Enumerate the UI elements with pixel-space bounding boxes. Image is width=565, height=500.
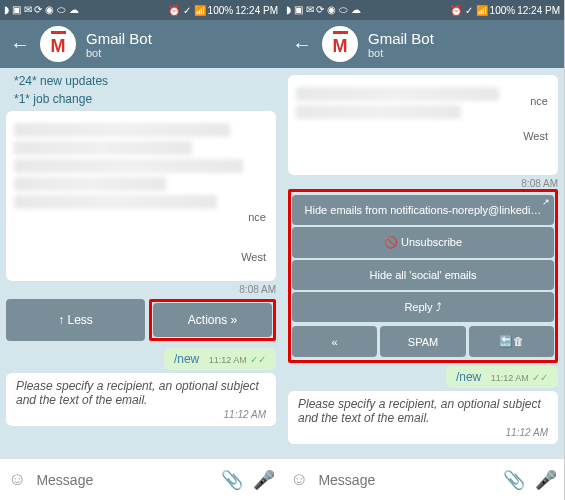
back-icon[interactable]: ← [292,33,312,56]
keyboard-row: ↑ Less Actions » [6,299,276,341]
phone-left: ◗ ▣ ✉ ⟳ ◉ ⬭ ☁ ⏰ ✓ 📶 100% 12:24 PM ← Gmai… [0,0,282,500]
highlight-box: Actions » [149,299,276,341]
spam-button[interactable]: SPAM [380,326,465,357]
read-checks-icon: ✓✓ [250,354,266,365]
status-right: ⏰ ✓ 📶 100% 12:24 PM [168,5,278,16]
prev-button[interactable]: « [292,326,377,357]
message-input[interactable] [36,472,211,488]
status-icons-left: ◗ ▣ ✉ ⟳ ◉ ⬭ ☁ [4,4,79,16]
avatar[interactable] [40,26,76,62]
unsubscribe-button[interactable]: 🚫 Unsubscribe [292,227,554,258]
hide-social-button[interactable]: Hide all 'social' emails [292,260,554,290]
update-line: *24* new updates [6,72,276,90]
email-preview-blurred[interactable]: nce West [288,75,558,175]
less-button[interactable]: ↑ Less [6,299,145,341]
bot-prompt[interactable]: Please specify a recipient, an optional … [288,391,558,444]
phone-right: ◗ ▣ ✉ ⟳ ◉ ⬭ ☁ ⏰ ✓ 📶 100% 12:24 PM ← Gmai… [282,0,564,500]
attach-icon[interactable]: 📎 [503,469,525,491]
actions-button[interactable]: Actions » [153,303,272,337]
read-checks-icon: ✓✓ [532,372,548,383]
emoji-icon[interactable]: ☺ [290,469,308,490]
chat-header: ← Gmail Bot bot [0,20,282,68]
user-command[interactable]: /new 11:12 AM ✓✓ [164,348,276,370]
emoji-icon[interactable]: ☺ [8,469,26,490]
reply-button[interactable]: Reply ⤴ [292,292,554,322]
mic-icon[interactable]: 🎤 [535,469,557,491]
email-preview-blurred[interactable]: nce West [6,111,276,281]
expand-icon: ↗ [542,197,550,207]
attach-icon[interactable]: 📎 [221,469,243,491]
mic-icon[interactable]: 🎤 [253,469,275,491]
input-bar: ☺ 📎 🎤 [282,458,564,500]
statusbar: ◗ ▣ ✉ ⟳ ◉ ⬭ ☁ ⏰ ✓ 📶 100% 12:24 PM [282,0,564,20]
actions-panel: Hide emails from notifications-noreply@l… [292,195,554,359]
chat-subtitle: bot [86,47,272,59]
back-trash-button[interactable]: 🔙🗑 [469,326,554,357]
message-time: 8:08 AM [6,284,276,295]
back-icon[interactable]: ← [10,33,30,56]
message-input[interactable] [318,472,493,488]
avatar[interactable] [322,26,358,62]
chat-header: ← Gmail Bot bot [282,20,564,68]
title-area[interactable]: Gmail Bot bot [86,30,272,59]
chat-area[interactable]: nce West 8:08 AM Hide emails from notifi… [282,68,564,458]
highlight-box: Hide emails from notifications-noreply@l… [288,189,558,363]
update-line: *1* job change [6,90,276,108]
input-bar: ☺ 📎 🎤 [0,458,282,500]
user-command[interactable]: /new 11:12 AM ✓✓ [446,366,558,388]
bot-prompt[interactable]: Please specify a recipient, an optional … [6,373,276,426]
statusbar: ◗ ▣ ✉ ⟳ ◉ ⬭ ☁ ⏰ ✓ 📶 100% 12:24 PM [0,0,282,20]
chat-area[interactable]: *24* new updates *1* job change nce West… [0,68,282,458]
chat-title: Gmail Bot [86,30,272,47]
hide-sender-button[interactable]: Hide emails from notifications-noreply@l… [292,195,554,225]
